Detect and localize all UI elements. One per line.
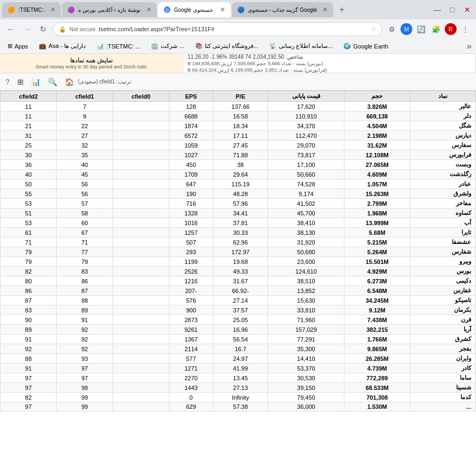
table-row[interactable]: شسینا68.533M39,15027.1314439897	[1, 383, 476, 393]
bookmark-news[interactable]: 📡 سامانه اطلاع رسانی...	[266, 41, 336, 51]
table-cell: 36	[1, 160, 57, 170]
col-header-volume[interactable]: حجم	[344, 91, 410, 102]
table-row[interactable]: بورس4.929M124,61049.3325268382	[1, 267, 476, 276]
col-header-cf1[interactable]: cfield1	[57, 91, 113, 102]
table-row[interactable]: غفارس6.548M13,852-66.92-2078786	[1, 286, 476, 296]
table-cell: 2526	[169, 267, 213, 276]
table-row[interactable]: مفاخر2.799M41,50257.967165753	[1, 199, 476, 208]
table-row[interactable]: عالبر3.826M17,620137.66128711	[1, 102, 476, 111]
star-icon[interactable]: ☆	[371, 26, 376, 33]
back-button[interactable]: ←	[4, 23, 17, 36]
table-row[interactable]: شگل4.504M34,37018.3418742221	[1, 121, 476, 131]
bookmarks-more-button[interactable]: »	[467, 41, 472, 51]
table-cell: 6.273M	[344, 276, 410, 286]
close-window-button[interactable]: ✕	[461, 3, 474, 16]
minimize-button[interactable]: —	[431, 3, 444, 16]
tab-close-tsetmc[interactable]: ✕	[50, 6, 56, 13]
table-row[interactable]: وایران26.285M14,41024.975779388	[1, 354, 476, 364]
table-cell: 1199	[169, 257, 213, 267]
table-row[interactable]: دلر669,138110,91016.586688911	[1, 111, 476, 121]
sync-icon[interactable]: 🔄	[415, 23, 427, 36]
table-row[interactable]: وبست27.065M17,100384504036	[1, 160, 476, 170]
table-cell: 92	[1, 344, 57, 354]
table-row[interactable]: عشضفا5.215M31,92062.965077171	[1, 238, 476, 247]
bookmark-apps[interactable]: ⊞ Apps	[4, 41, 31, 51]
table-row[interactable]: بکرمان9.12M33,81037.579008983	[1, 305, 476, 315]
table-cell: 31,920	[268, 238, 344, 247]
table-cell	[113, 402, 169, 412]
tab-search[interactable]: 🔵 گزینه جذاب - جستجوی Google ✕	[232, 2, 334, 17]
table-cell: 57.96	[213, 199, 268, 208]
table-button[interactable]: ⊞	[14, 75, 27, 89]
table-cell: 79	[57, 257, 113, 267]
table-cell: 1.530M	[344, 402, 410, 412]
bookmark-asa[interactable]: 💼 Asa - دارایی ها	[36, 41, 89, 51]
table-row[interactable]: ویبرو15.501M23,60019.6811997979	[1, 257, 476, 267]
table-row[interactable]: کدما701,30879,450Infinity09982	[1, 393, 476, 402]
search-button[interactable]: 🔍	[45, 75, 60, 89]
table-cell: 91	[1, 364, 57, 373]
table-row[interactable]: تایرا5.68M38,13030.3312576761	[1, 228, 476, 238]
table-cell: 629	[169, 402, 213, 412]
tab-tsetmc[interactable]: 🟠 :TSETMC:. ✕	[2, 2, 61, 17]
tab-academy[interactable]: 🟣 نوشتهٔ تازه › آکادمی بورس ه‌ ✕	[62, 2, 156, 17]
col-header-pe[interactable]: P/E	[213, 91, 268, 102]
tab-close-google[interactable]: ✕	[220, 6, 225, 13]
table-row[interactable]: ...1.530M36,00057.386299997	[1, 402, 476, 412]
puzzle-icon[interactable]: 🧩	[430, 23, 443, 36]
table-row[interactable]: کشرق1.766M77,29156.5413679291	[1, 334, 476, 344]
store-icon: 📚	[195, 43, 203, 50]
table-row[interactable]: زگلدشت4.609M50,66029.6417094540	[1, 170, 476, 179]
col-header-cf0[interactable]: cfield0	[113, 91, 169, 102]
data-table-container[interactable]: نماد حجم قیمت پایانی P/E EPS cfield0 cfi…	[0, 90, 476, 453]
col-header-price[interactable]: قیمت پایانی	[268, 91, 344, 102]
chart-button[interactable]: 📊	[28, 75, 44, 89]
help-button[interactable]: ?	[2, 75, 13, 89]
table-row[interactable]: ساما772,28930,53013.4522709797	[1, 373, 476, 383]
table-row[interactable]: شفارس5.264M50,680172.972937779	[1, 247, 476, 257]
table-row[interactable]: تاصیکو34.245M15,63027.145768887	[1, 296, 476, 305]
table-cell	[113, 228, 169, 238]
extensions-icon[interactable]: ⚙	[385, 23, 398, 36]
tab-icon-academy: 🟣	[67, 6, 75, 13]
table-row[interactable]: ولشرق15.263M9,17448.281905655	[1, 189, 476, 199]
address-box[interactable]: 🔒 Not secure tsetmc.com/Loader.aspx?ParT…	[53, 22, 382, 36]
table-row[interactable]: دپارس2.198M112,47017.1165722731	[1, 131, 476, 141]
table-row[interactable]: عبادر1.057M74,528115.196475650	[1, 179, 476, 189]
forward-button[interactable]: →	[20, 23, 33, 36]
reload-button[interactable]: ↻	[37, 23, 50, 36]
table-row[interactable]: بفجر9.865M35,30016.721149292	[1, 344, 476, 354]
table-cell	[113, 334, 169, 344]
tab-google[interactable]: G Google جستجوی ‌ ✕	[158, 2, 231, 17]
table-row[interactable]: کادر4.739M53,37041.9912719791	[1, 364, 476, 373]
table-cell: 15,630	[268, 296, 344, 305]
profile-icon[interactable]: M	[401, 23, 412, 35]
address-text: tsetmc.com/Loader.aspx?ParTree=15131F#	[99, 26, 368, 32]
bookmark-tsetmc[interactable]: 📊 :TSETMC: ...	[93, 41, 144, 51]
col-header-cf2[interactable]: cfield2	[1, 91, 57, 102]
table-cell: 51	[1, 208, 57, 218]
table-row[interactable]: سفارس31.62M29,07027.4510593225	[1, 141, 476, 150]
bookmark-store[interactable]: 📚 فروشگاه اینترنتی کتا...	[192, 41, 261, 51]
table-row[interactable]: فرابورس12.108M73,81771.8810273530	[1, 150, 476, 160]
tab-close-academy[interactable]: ✕	[146, 6, 151, 13]
table-cell: 89	[1, 325, 57, 334]
col-header-eps[interactable]: EPS	[169, 91, 213, 102]
table-row[interactable]: آب13.999M38,41037.8110166053	[1, 218, 476, 228]
table-cell: 2.799M	[344, 199, 410, 208]
maximize-button[interactable]: □	[446, 3, 459, 16]
table-row[interactable]: کساوه1.968M45,70034.4113285851	[1, 208, 476, 218]
table-cell: 647	[169, 179, 213, 189]
table-row[interactable]: قرن7.438M71,96025.0528739190	[1, 315, 476, 325]
col-header-symbol[interactable]: نماد	[410, 91, 475, 102]
new-tab-button[interactable]: +	[334, 2, 349, 17]
raptor-icon[interactable]: R	[445, 23, 457, 35]
tab-close-search[interactable]: ✕	[322, 6, 328, 13]
table-row[interactable]: دکیمی6.273M38,51031.6712168680	[1, 276, 476, 286]
home-button[interactable]: 🏠	[61, 75, 77, 89]
bookmark-earth[interactable]: 🌍 Google Earth	[340, 41, 391, 51]
table-row[interactable]: آریا382,215157,02916.9692619289	[1, 325, 476, 334]
menu-icon[interactable]: ⋮	[459, 23, 472, 36]
table-cell: 5.264M	[344, 247, 410, 257]
bookmark-company[interactable]: 🏢 شرکت ...	[148, 41, 187, 51]
